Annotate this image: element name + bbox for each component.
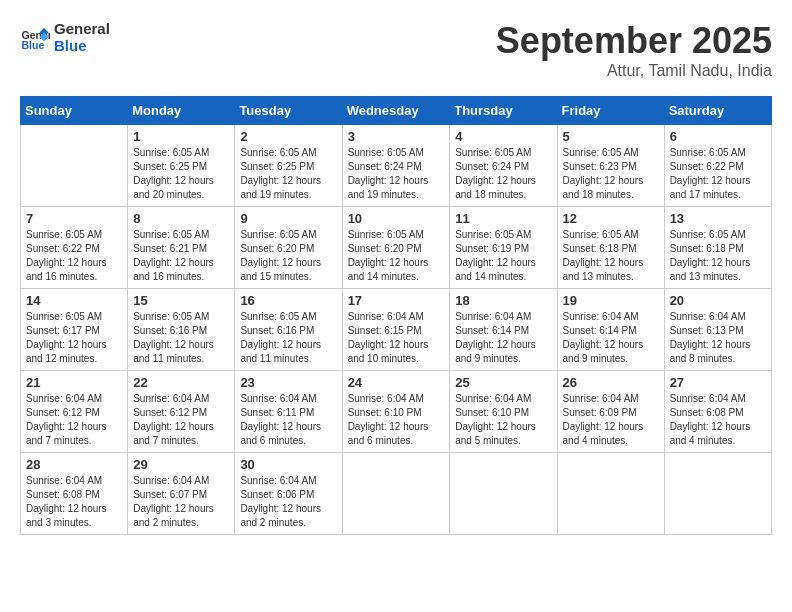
- day-number: 13: [670, 211, 766, 226]
- day-number: 8: [133, 211, 229, 226]
- calendar-cell: 25Sunrise: 6:04 AM Sunset: 6:10 PM Dayli…: [450, 371, 557, 453]
- day-info: Sunrise: 6:05 AM Sunset: 6:22 PM Dayligh…: [670, 146, 766, 202]
- calendar-cell: [664, 453, 771, 535]
- day-number: 3: [348, 129, 445, 144]
- day-number: 10: [348, 211, 445, 226]
- day-number: 22: [133, 375, 229, 390]
- day-info: Sunrise: 6:05 AM Sunset: 6:21 PM Dayligh…: [133, 228, 229, 284]
- calendar-week-2: 7Sunrise: 6:05 AM Sunset: 6:22 PM Daylig…: [21, 207, 772, 289]
- day-info: Sunrise: 6:05 AM Sunset: 6:19 PM Dayligh…: [455, 228, 551, 284]
- calendar-cell: [342, 453, 450, 535]
- calendar-cell: 28Sunrise: 6:04 AM Sunset: 6:08 PM Dayli…: [21, 453, 128, 535]
- day-number: 17: [348, 293, 445, 308]
- day-info: Sunrise: 6:05 AM Sunset: 6:25 PM Dayligh…: [240, 146, 336, 202]
- calendar-cell: 27Sunrise: 6:04 AM Sunset: 6:08 PM Dayli…: [664, 371, 771, 453]
- day-info: Sunrise: 6:04 AM Sunset: 6:08 PM Dayligh…: [26, 474, 122, 530]
- calendar-cell: 1Sunrise: 6:05 AM Sunset: 6:25 PM Daylig…: [128, 125, 235, 207]
- day-info: Sunrise: 6:04 AM Sunset: 6:12 PM Dayligh…: [133, 392, 229, 448]
- day-number: 4: [455, 129, 551, 144]
- day-info: Sunrise: 6:04 AM Sunset: 6:14 PM Dayligh…: [563, 310, 659, 366]
- day-info: Sunrise: 6:05 AM Sunset: 6:20 PM Dayligh…: [240, 228, 336, 284]
- logo-general: General: [54, 20, 110, 37]
- day-info: Sunrise: 6:04 AM Sunset: 6:12 PM Dayligh…: [26, 392, 122, 448]
- location: Attur, Tamil Nadu, India: [496, 62, 772, 80]
- calendar-cell: 22Sunrise: 6:04 AM Sunset: 6:12 PM Dayli…: [128, 371, 235, 453]
- day-info: Sunrise: 6:05 AM Sunset: 6:17 PM Dayligh…: [26, 310, 122, 366]
- day-info: Sunrise: 6:04 AM Sunset: 6:10 PM Dayligh…: [455, 392, 551, 448]
- day-info: Sunrise: 6:05 AM Sunset: 6:24 PM Dayligh…: [455, 146, 551, 202]
- col-header-sunday: Sunday: [21, 97, 128, 125]
- calendar-cell: 13Sunrise: 6:05 AM Sunset: 6:18 PM Dayli…: [664, 207, 771, 289]
- day-number: 12: [563, 211, 659, 226]
- calendar-cell: 2Sunrise: 6:05 AM Sunset: 6:25 PM Daylig…: [235, 125, 342, 207]
- day-info: Sunrise: 6:04 AM Sunset: 6:07 PM Dayligh…: [133, 474, 229, 530]
- day-number: 2: [240, 129, 336, 144]
- calendar-cell: 23Sunrise: 6:04 AM Sunset: 6:11 PM Dayli…: [235, 371, 342, 453]
- day-number: 20: [670, 293, 766, 308]
- logo: General Blue General Blue: [20, 20, 110, 54]
- calendar-cell: [450, 453, 557, 535]
- day-number: 1: [133, 129, 229, 144]
- calendar-week-5: 28Sunrise: 6:04 AM Sunset: 6:08 PM Dayli…: [21, 453, 772, 535]
- page-header: General Blue General Blue September 2025…: [20, 20, 772, 80]
- day-info: Sunrise: 6:04 AM Sunset: 6:06 PM Dayligh…: [240, 474, 336, 530]
- day-info: Sunrise: 6:05 AM Sunset: 6:18 PM Dayligh…: [670, 228, 766, 284]
- logo-icon: General Blue: [20, 22, 50, 52]
- day-number: 9: [240, 211, 336, 226]
- calendar-cell: 21Sunrise: 6:04 AM Sunset: 6:12 PM Dayli…: [21, 371, 128, 453]
- calendar-cell: 29Sunrise: 6:04 AM Sunset: 6:07 PM Dayli…: [128, 453, 235, 535]
- calendar-cell: 8Sunrise: 6:05 AM Sunset: 6:21 PM Daylig…: [128, 207, 235, 289]
- calendar-cell: 16Sunrise: 6:05 AM Sunset: 6:16 PM Dayli…: [235, 289, 342, 371]
- calendar-cell: 9Sunrise: 6:05 AM Sunset: 6:20 PM Daylig…: [235, 207, 342, 289]
- day-number: 6: [670, 129, 766, 144]
- day-info: Sunrise: 6:05 AM Sunset: 6:20 PM Dayligh…: [348, 228, 445, 284]
- day-number: 18: [455, 293, 551, 308]
- day-number: 26: [563, 375, 659, 390]
- calendar-cell: 10Sunrise: 6:05 AM Sunset: 6:20 PM Dayli…: [342, 207, 450, 289]
- calendar-cell: [557, 453, 664, 535]
- day-info: Sunrise: 6:05 AM Sunset: 6:23 PM Dayligh…: [563, 146, 659, 202]
- day-number: 25: [455, 375, 551, 390]
- calendar-table: SundayMondayTuesdayWednesdayThursdayFrid…: [20, 96, 772, 535]
- day-info: Sunrise: 6:05 AM Sunset: 6:18 PM Dayligh…: [563, 228, 659, 284]
- calendar-cell: 15Sunrise: 6:05 AM Sunset: 6:16 PM Dayli…: [128, 289, 235, 371]
- day-number: 11: [455, 211, 551, 226]
- logo-blue: Blue: [54, 37, 110, 54]
- day-info: Sunrise: 6:04 AM Sunset: 6:11 PM Dayligh…: [240, 392, 336, 448]
- calendar-cell: 6Sunrise: 6:05 AM Sunset: 6:22 PM Daylig…: [664, 125, 771, 207]
- day-info: Sunrise: 6:05 AM Sunset: 6:25 PM Dayligh…: [133, 146, 229, 202]
- day-number: 7: [26, 211, 122, 226]
- title-block: September 2025 Attur, Tamil Nadu, India: [496, 20, 772, 80]
- day-number: 29: [133, 457, 229, 472]
- day-number: 24: [348, 375, 445, 390]
- day-number: 27: [670, 375, 766, 390]
- day-info: Sunrise: 6:04 AM Sunset: 6:10 PM Dayligh…: [348, 392, 445, 448]
- day-number: 21: [26, 375, 122, 390]
- calendar-week-4: 21Sunrise: 6:04 AM Sunset: 6:12 PM Dayli…: [21, 371, 772, 453]
- day-info: Sunrise: 6:05 AM Sunset: 6:24 PM Dayligh…: [348, 146, 445, 202]
- calendar-cell: 19Sunrise: 6:04 AM Sunset: 6:14 PM Dayli…: [557, 289, 664, 371]
- calendar-cell: 7Sunrise: 6:05 AM Sunset: 6:22 PM Daylig…: [21, 207, 128, 289]
- col-header-saturday: Saturday: [664, 97, 771, 125]
- calendar-cell: 26Sunrise: 6:04 AM Sunset: 6:09 PM Dayli…: [557, 371, 664, 453]
- day-number: 5: [563, 129, 659, 144]
- calendar-header-row: SundayMondayTuesdayWednesdayThursdayFrid…: [21, 97, 772, 125]
- day-info: Sunrise: 6:04 AM Sunset: 6:14 PM Dayligh…: [455, 310, 551, 366]
- day-info: Sunrise: 6:04 AM Sunset: 6:09 PM Dayligh…: [563, 392, 659, 448]
- calendar-week-1: 1Sunrise: 6:05 AM Sunset: 6:25 PM Daylig…: [21, 125, 772, 207]
- calendar-cell: 3Sunrise: 6:05 AM Sunset: 6:24 PM Daylig…: [342, 125, 450, 207]
- day-info: Sunrise: 6:04 AM Sunset: 6:13 PM Dayligh…: [670, 310, 766, 366]
- calendar-cell: [21, 125, 128, 207]
- calendar-cell: 18Sunrise: 6:04 AM Sunset: 6:14 PM Dayli…: [450, 289, 557, 371]
- col-header-friday: Friday: [557, 97, 664, 125]
- day-info: Sunrise: 6:05 AM Sunset: 6:16 PM Dayligh…: [240, 310, 336, 366]
- calendar-week-3: 14Sunrise: 6:05 AM Sunset: 6:17 PM Dayli…: [21, 289, 772, 371]
- calendar-cell: 20Sunrise: 6:04 AM Sunset: 6:13 PM Dayli…: [664, 289, 771, 371]
- day-number: 19: [563, 293, 659, 308]
- svg-text:Blue: Blue: [22, 39, 45, 51]
- calendar-cell: 24Sunrise: 6:04 AM Sunset: 6:10 PM Dayli…: [342, 371, 450, 453]
- calendar-cell: 11Sunrise: 6:05 AM Sunset: 6:19 PM Dayli…: [450, 207, 557, 289]
- day-number: 30: [240, 457, 336, 472]
- calendar-cell: 5Sunrise: 6:05 AM Sunset: 6:23 PM Daylig…: [557, 125, 664, 207]
- day-info: Sunrise: 6:04 AM Sunset: 6:15 PM Dayligh…: [348, 310, 445, 366]
